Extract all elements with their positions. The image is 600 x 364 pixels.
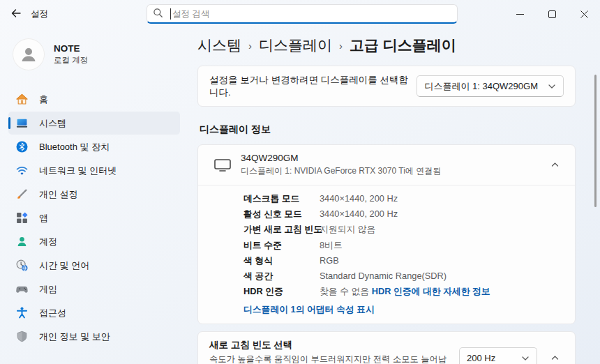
refresh-rate-dropdown[interactable]: 200 Hz	[459, 347, 537, 364]
sidebar-item-label: 시스템	[39, 117, 66, 130]
time-language-icon	[16, 259, 28, 271]
user-account-type: 로컬 계정	[54, 55, 88, 66]
display-name: 34QW290GM	[241, 153, 546, 163]
monitor-icon	[213, 158, 232, 172]
breadcrumb-separator: ›	[339, 40, 343, 52]
maximize-icon	[548, 10, 556, 18]
info-value: Standard Dynamic Range(SDR)	[320, 268, 564, 284]
chevron-down-icon	[521, 354, 530, 363]
window-controls	[504, 0, 600, 28]
close-icon	[580, 10, 588, 18]
network-icon	[16, 165, 28, 176]
sidebar-item-label: Bluetooth 및 장치	[39, 141, 110, 153]
display-select-text: 설정을 보거나 변경하려면 디스플레이를 선택합니다.	[209, 74, 417, 99]
refresh-rate-controls: 200 Hz	[459, 347, 564, 364]
info-label: 색 공간	[243, 268, 320, 284]
info-label: 가변 새로 고침 빈도	[243, 222, 320, 237]
back-button[interactable]	[6, 3, 27, 24]
collapse-button[interactable]	[546, 156, 564, 174]
chevron-up-icon	[550, 354, 560, 363]
breadcrumb-display[interactable]: 디스플레이	[259, 36, 332, 55]
chevron-up-icon	[550, 160, 560, 169]
info-value: 8비트	[320, 238, 564, 253]
vertical-scrollbar[interactable]	[594, 75, 597, 207]
hdr-cert-value: 찾을 수 없음	[320, 286, 369, 296]
display-info-card: 34QW290GM 디스플레이 1: NVIDIA GeForce RTX 30…	[197, 144, 576, 324]
search-box[interactable]	[147, 4, 458, 24]
display-connection: 디스플레이 1: NVIDIA GeForce RTX 3070 Ti에 연결됨	[241, 165, 546, 177]
sidebar-item-label: 앱	[39, 212, 48, 225]
personalization-icon	[16, 188, 28, 200]
gaming-icon	[16, 283, 28, 295]
system-icon	[16, 117, 28, 129]
chevron-down-icon	[548, 82, 556, 91]
sidebar-item-personalization[interactable]: 개인 설정	[8, 183, 180, 206]
user-account[interactable]: NOTE 로컬 계정	[13, 35, 188, 74]
search-icon	[153, 8, 163, 20]
refresh-rate-card: 새로 고침 빈도 선택 속도가 높을수록 움직임이 부드러워지지만 전력 소모도…	[197, 331, 576, 364]
breadcrumb: 시스템 › 디스플레이 › 고급 디스플레이	[197, 33, 576, 57]
info-value: 3440×1440, 200 Hz	[320, 206, 564, 222]
section-title: 디스플레이 정보	[200, 123, 576, 136]
minimize-icon	[516, 10, 524, 18]
refresh-rate-text: 새로 고침 빈도 선택 속도가 높을수록 움직임이 부드러워지지만 전력 소모도…	[209, 339, 459, 364]
avatar	[13, 38, 45, 70]
info-label: HDR 인증	[243, 284, 320, 299]
refresh-collapse-button[interactable]	[546, 349, 564, 364]
breadcrumb-separator: ›	[248, 40, 252, 52]
sidebar-item-label: 시간 및 언어	[39, 259, 89, 272]
display-select-value: 디스플레이 1: 34QW290GM	[424, 80, 538, 93]
display-select-card: 설정을 보거나 변경하려면 디스플레이를 선택합니다. 디스플레이 1: 34Q…	[197, 66, 576, 107]
sidebar-item-system[interactable]: 시스템	[8, 112, 180, 135]
display-info-table: 데스크톱 모드 3440×1440, 200 Hz 활성 신호 모드 3440×…	[243, 191, 564, 299]
refresh-rate-description: 속도가 높을수록 움직임이 부드러워지지만 전력 소모도 늘어납니다. 새로 고…	[209, 354, 449, 364]
home-icon	[16, 93, 28, 105]
page-title: 고급 디스플레이	[350, 36, 456, 55]
sidebar-item-bluetooth[interactable]: Bluetooth 및 장치	[8, 135, 180, 158]
close-button[interactable]	[568, 0, 600, 28]
info-value: 지원되지 않음	[320, 222, 564, 237]
display-select-dropdown[interactable]: 디스플레이 1: 34QW290GM	[417, 75, 564, 97]
sidebar-item-accounts[interactable]: 계정	[8, 230, 180, 253]
person-icon	[18, 44, 39, 65]
user-name: NOTE	[54, 43, 88, 54]
refresh-rate-value: 200 Hz	[467, 353, 495, 363]
sidebar-item-label: 게임	[39, 283, 57, 296]
sidebar: NOTE 로컬 계정 홈 시스템 Bluetooth 및 장치	[0, 28, 188, 364]
hdr-cert-info-link[interactable]: HDR 인증에 대한 자세한 정보	[372, 286, 490, 296]
app-title: 설정	[31, 8, 48, 20]
titlebar: 설정	[0, 0, 600, 28]
sidebar-item-label: 개인 정보 및 보안	[39, 331, 110, 343]
refresh-rate-description-text: 속도가 높을수록 움직임이 부드러워지지만 전력 소모도 늘어납니다.	[209, 354, 447, 364]
adapter-properties-link[interactable]: 디스플레이 1의 어댑터 속성 표시	[243, 303, 564, 317]
text-cursor	[170, 8, 171, 20]
refresh-rate-title: 새로 고침 빈도 선택	[209, 339, 449, 351]
sidebar-item-accessibility[interactable]: 접근성	[8, 301, 180, 324]
sidebar-item-home[interactable]: 홈	[8, 88, 180, 111]
maximize-button[interactable]	[536, 0, 568, 28]
info-value: RGB	[320, 253, 564, 268]
display-info-body: 데스크톱 모드 3440×1440, 200 Hz 활성 신호 모드 3440×…	[198, 185, 575, 324]
sidebar-item-apps[interactable]: 앱	[8, 206, 180, 229]
display-info-header[interactable]: 34QW290GM 디스플레이 1: NVIDIA GeForce RTX 30…	[198, 145, 575, 185]
sidebar-item-network[interactable]: 네트워크 및 인터넷	[8, 159, 180, 182]
info-value: 3440×1440, 200 Hz	[320, 191, 564, 206]
breadcrumb-system[interactable]: 시스템	[197, 36, 241, 55]
minimize-button[interactable]	[504, 0, 536, 28]
sidebar-item-label: 접근성	[39, 307, 66, 319]
privacy-shield-icon	[16, 331, 28, 342]
apps-icon	[16, 212, 28, 224]
bluetooth-icon	[16, 141, 28, 153]
search-input[interactable]	[172, 9, 451, 19]
accounts-icon	[16, 236, 28, 248]
accessibility-icon	[16, 307, 28, 319]
info-label: 데스크톱 모드	[243, 191, 320, 206]
sidebar-item-privacy[interactable]: 개인 정보 및 보안	[8, 325, 180, 348]
sidebar-item-gaming[interactable]: 게임	[8, 278, 180, 301]
main-content: 시스템 › 디스플레이 › 고급 디스플레이 설정을 보거나 변경하려면 디스플…	[188, 28, 600, 364]
sidebar-item-time-language[interactable]: 시간 및 언어	[8, 254, 180, 277]
info-label: 비트 수준	[243, 238, 320, 253]
back-arrow-icon	[10, 8, 22, 21]
sidebar-nav: 홈 시스템 Bluetooth 및 장치 네트워크 및 인터넷 개인 설정	[0, 88, 188, 348]
sidebar-item-label: 네트워크 및 인터넷	[39, 165, 117, 177]
